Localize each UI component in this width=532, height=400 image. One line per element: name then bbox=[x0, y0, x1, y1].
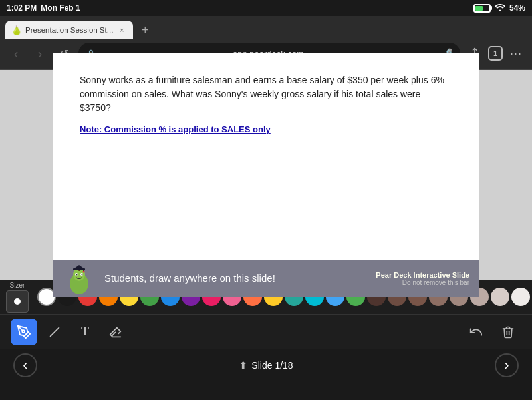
status-bar: 1:02 PM Mon Feb 1 54% bbox=[0, 0, 532, 16]
svg-marker-9 bbox=[74, 265, 84, 268]
tool-right bbox=[463, 319, 521, 345]
new-tab-button[interactable]: + bbox=[136, 21, 154, 39]
active-tab[interactable]: 🍐 Presentation Session St... × bbox=[5, 21, 133, 39]
battery-percent: 54% bbox=[509, 3, 525, 13]
pear-deck-title: Pear Deck Interactive Slide bbox=[376, 270, 469, 278]
tool-row: T bbox=[0, 314, 532, 349]
question-text: Sonny works as a furniture salesman and … bbox=[80, 73, 452, 115]
forward-button[interactable]: › bbox=[31, 44, 49, 63]
date: Mon Feb 1 bbox=[41, 3, 80, 13]
tab-close-button[interactable]: × bbox=[117, 25, 126, 35]
wifi-icon bbox=[495, 3, 505, 13]
battery-icon bbox=[473, 4, 491, 13]
slide-content: Sonny works as a furniture salesman and … bbox=[53, 53, 479, 260]
more-options-button[interactable]: ··· bbox=[507, 44, 525, 63]
line-tool-button[interactable] bbox=[41, 319, 68, 345]
back-button[interactable]: ‹ bbox=[7, 44, 25, 63]
svg-point-7 bbox=[82, 274, 83, 276]
tab-favicon: 🍐 bbox=[12, 25, 21, 35]
color-swatch-pale-tan[interactable] bbox=[491, 288, 509, 306]
pear-deck-banner: Students, draw anywhere on this slide! P… bbox=[53, 260, 479, 297]
svg-point-12 bbox=[22, 330, 25, 333]
sizer-label: Sizer bbox=[10, 282, 25, 289]
tab-count-badge[interactable]: 1 bbox=[488, 46, 503, 61]
text-tool-button[interactable]: T bbox=[72, 319, 98, 345]
status-right: 54% bbox=[473, 3, 525, 13]
svg-point-6 bbox=[76, 274, 78, 276]
svg-point-11 bbox=[83, 271, 85, 273]
time: 1:02 PM bbox=[7, 3, 37, 13]
next-button[interactable]: › bbox=[495, 353, 519, 377]
eraser-tool-button[interactable] bbox=[102, 319, 129, 345]
banner-instruction: Students, draw anywhere on this slide! bbox=[104, 272, 275, 284]
delete-button[interactable] bbox=[495, 319, 521, 345]
sizer-display[interactable] bbox=[6, 290, 29, 313]
note-text: Note: Commission % is applied to SALES o… bbox=[80, 124, 452, 134]
prev-button[interactable]: ‹ bbox=[13, 353, 37, 377]
sizer-section[interactable]: Sizer bbox=[0, 282, 35, 313]
slide-counter: Slide 1/18 bbox=[251, 360, 293, 371]
sizer-dot bbox=[14, 298, 21, 305]
pear-deck-subtitle: Do not remove this bar bbox=[376, 278, 469, 286]
battery-fill bbox=[475, 6, 483, 11]
pear-deck-info: Pear Deck Interactive Slide Do not remov… bbox=[376, 270, 469, 286]
tab-bar: 🍐 Presentation Session St... × + bbox=[0, 16, 532, 40]
mascot-icon bbox=[61, 260, 98, 296]
undo-button[interactable] bbox=[463, 319, 489, 345]
slide-container[interactable]: Sonny works as a furniture salesman and … bbox=[53, 53, 479, 297]
main-content: Sonny works as a furniture salesman and … bbox=[0, 70, 532, 280]
color-swatch-very-light-tan[interactable] bbox=[511, 288, 530, 306]
status-left: 1:02 PM Mon Feb 1 bbox=[7, 3, 80, 13]
slide-indicator: ⬆ Slide 1/18 bbox=[239, 359, 293, 372]
tab-label: Presentation Session St... bbox=[25, 26, 113, 34]
bottom-nav: ‹ ⬆ Slide 1/18 › bbox=[0, 349, 532, 382]
pen-tool-button[interactable] bbox=[11, 319, 37, 345]
svg-line-13 bbox=[51, 327, 59, 336]
